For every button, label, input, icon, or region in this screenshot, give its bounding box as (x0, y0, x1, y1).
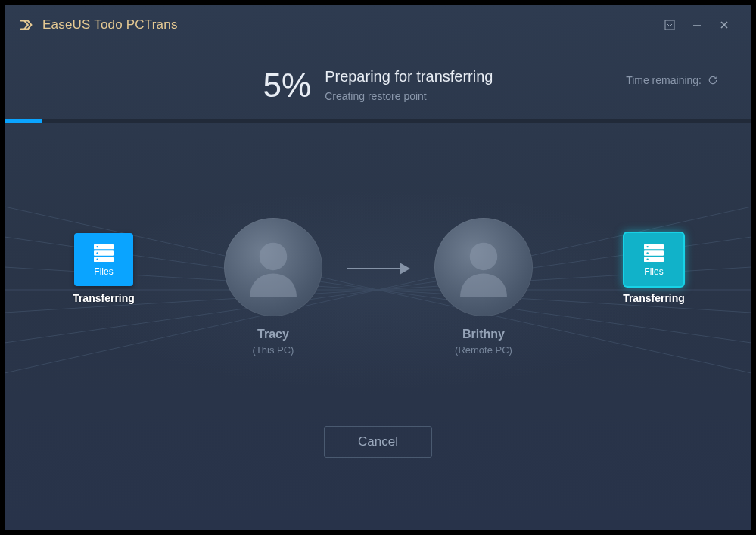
target-files-tile: Files (624, 233, 683, 286)
title-bar: EaseUS Todo PCTrans (5, 5, 751, 45)
target-files-card: Files Transferring (621, 233, 686, 304)
person-icon (239, 233, 307, 301)
progress-header: 5% Preparing for transferring Creating r… (5, 68, 751, 102)
svg-point-29 (260, 243, 288, 271)
source-tile-label: Files (94, 266, 113, 277)
progress-title: Preparing for transferring (325, 68, 493, 86)
app-window: EaseUS Todo PCTrans 5% Preparing for tra… (5, 5, 751, 530)
progress-percent: 5% (263, 69, 312, 102)
person-icon (450, 233, 518, 301)
svg-line-4 (5, 207, 378, 290)
progress-subtitle: Creating restore point (325, 90, 493, 102)
logo-icon (18, 17, 35, 33)
menu-dropdown-button[interactable] (656, 11, 683, 39)
source-pc-label: Tracy (This PC) (224, 328, 322, 356)
transfer-stage: Files Transferring Files Transferring (5, 146, 751, 434)
progress-bar-fill (5, 119, 42, 123)
svg-point-20 (96, 245, 98, 247)
target-tile-label: Files (644, 266, 663, 277)
source-files-card: Files Transferring (71, 233, 136, 304)
svg-point-26 (646, 245, 648, 247)
time-remaining: Time remaining: (626, 74, 718, 86)
source-files-tile: Files (74, 233, 133, 286)
svg-rect-0 (665, 20, 674, 30)
target-status: Transferring (621, 292, 686, 304)
server-icon (92, 243, 115, 263)
time-remaining-label: Time remaining: (626, 74, 702, 86)
cancel-button[interactable]: Cancel (324, 426, 432, 458)
svg-point-22 (96, 258, 98, 260)
svg-line-11 (5, 290, 378, 313)
app-title: EaseUS Todo PCTrans (42, 17, 178, 33)
svg-line-12 (378, 290, 751, 313)
close-icon (719, 20, 730, 30)
progress-text: Preparing for transferring Creating rest… (325, 68, 493, 102)
minimize-icon (692, 20, 702, 30)
minimize-button[interactable] (683, 11, 711, 39)
caret-down-box-icon (664, 20, 675, 30)
source-status: Transferring (71, 292, 136, 304)
app-logo: EaseUS Todo PCTrans (18, 17, 178, 33)
target-pc-role: (Remote PC) (434, 344, 533, 356)
target-pc-name: Brithny (434, 328, 533, 341)
target-avatar (434, 218, 533, 316)
svg-point-21 (96, 252, 98, 254)
close-button[interactable] (711, 11, 738, 39)
svg-line-9 (378, 267, 751, 290)
source-pc-name: Tracy (224, 328, 322, 341)
source-avatar (224, 218, 322, 316)
transfer-arrow (345, 260, 413, 278)
svg-point-28 (646, 258, 648, 260)
svg-line-7 (378, 237, 751, 290)
svg-point-30 (470, 243, 498, 271)
source-pc-role: (This PC) (224, 344, 322, 356)
svg-point-27 (646, 252, 648, 254)
server-icon (642, 243, 665, 263)
refresh-icon (708, 75, 718, 86)
target-pc-label: Brithny (Remote PC) (434, 328, 533, 356)
svg-line-5 (378, 207, 751, 290)
progress-bar (5, 119, 751, 123)
arrow-right-icon (345, 260, 413, 278)
